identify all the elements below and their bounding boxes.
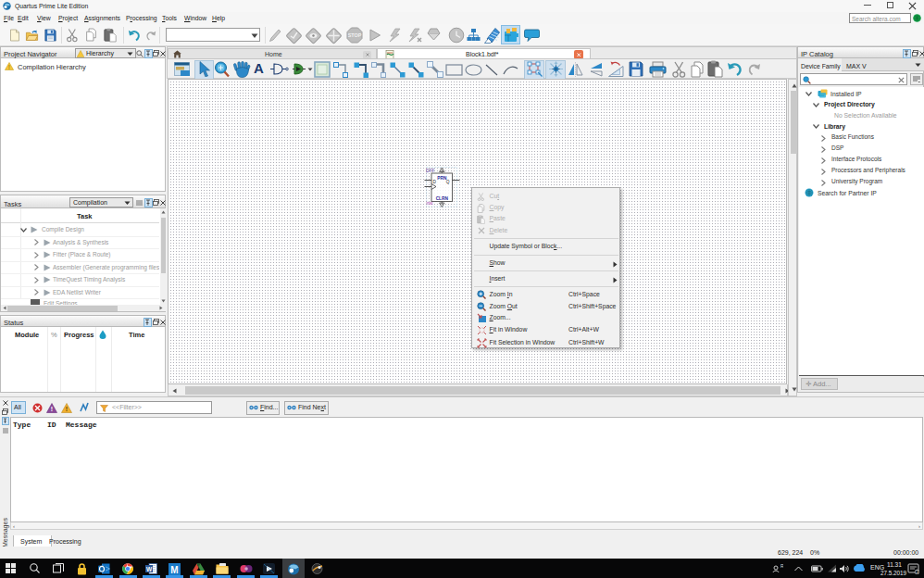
svg-text:W: W	[146, 566, 153, 572]
svg-text:CLRN: CLRN	[436, 196, 449, 201]
svg-text:inst: inst	[427, 201, 434, 206]
svg-text:DFF: DFF	[426, 169, 434, 173]
svg-text:!: !	[51, 406, 53, 412]
svg-text:D: D	[433, 180, 437, 184]
svg-text:Q: Q	[446, 180, 450, 184]
svg-text:!: !	[8, 64, 10, 70]
svg-text:!: !	[66, 406, 68, 412]
svg-text:M: M	[170, 564, 178, 574]
svg-text:R: R	[780, 564, 783, 569]
svg-text:STOP: STOP	[348, 32, 362, 38]
